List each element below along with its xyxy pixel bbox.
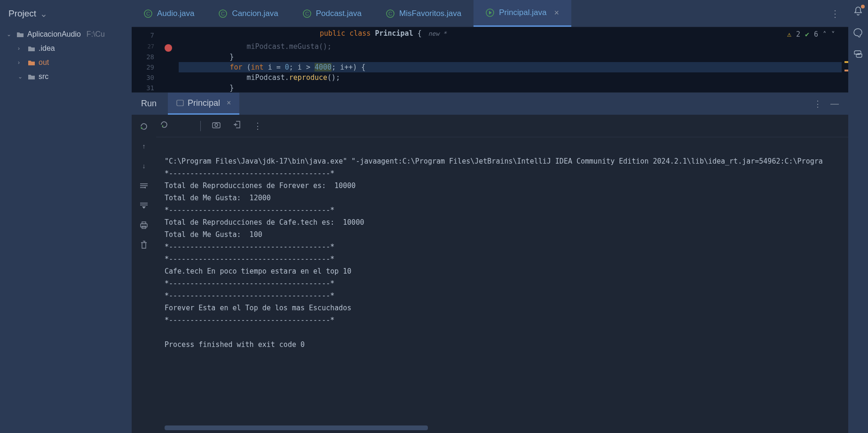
ai-assistant-icon[interactable] — [852, 27, 864, 39]
rerun-icon[interactable] — [139, 121, 149, 132]
code-text: ; i > — [289, 63, 315, 71]
tab-podcast[interactable]: C Podcast.java — [291, 0, 374, 27]
code-text: (); — [327, 73, 340, 82]
run-title: Run — [141, 99, 157, 109]
svg-rect-10 — [177, 100, 183, 106]
svg-text:C: C — [305, 11, 309, 16]
minimize-icon[interactable]: — — [830, 99, 839, 109]
console-line: *--------------------------------------* — [165, 169, 334, 178]
run-tab-principal[interactable]: Principal × — [168, 93, 239, 115]
console-line: *--------------------------------------* — [165, 255, 334, 263]
svg-text:C: C — [221, 11, 225, 16]
console-line: "C:\Program Files\Java\jdk-17\bin\java.e… — [165, 157, 823, 165]
project-panel: Project ⌄ ⌄ AplicacionAudio F:\Cu › .ide… — [0, 0, 132, 433]
error-bulb-icon[interactable] — [165, 44, 172, 52]
tab-audio[interactable]: C Audio.java — [132, 0, 206, 27]
kw-for: for — [229, 63, 242, 71]
editor[interactable]: 7 27 28 29 30 31 public class Principal … — [132, 27, 848, 92]
console-line: Total de Reproducciones de Forever es: 1… — [165, 181, 355, 190]
class-icon: C — [386, 9, 395, 18]
tab-principal[interactable]: Principal.java × — [473, 0, 571, 27]
line-gutter: 7 27 28 29 30 31 — [132, 27, 159, 92]
project-header[interactable]: Project ⌄ — [0, 0, 132, 27]
notification-dot — [861, 5, 865, 8]
soft-wrap-icon[interactable] — [139, 181, 149, 191]
down-arrow-icon[interactable]: ↓ — [139, 161, 149, 171]
svg-rect-15 — [142, 222, 146, 224]
camera-icon[interactable] — [211, 121, 221, 131]
python-icon[interactable] — [852, 49, 864, 60]
chevron-up-icon[interactable]: ˄ — [823, 30, 827, 39]
kw-public: public — [320, 29, 345, 38]
console-line: *--------------------------------------* — [165, 316, 334, 324]
gutter-icons — [159, 27, 179, 92]
console-line: *--------------------------------------* — [165, 279, 334, 288]
print-icon[interactable] — [139, 220, 149, 230]
stripe-mark[interactable] — [844, 70, 848, 71]
num: 0 — [285, 63, 289, 71]
method: reproduce — [289, 73, 327, 82]
line-number: 27 — [132, 41, 154, 52]
chevron-right-icon: › — [18, 45, 24, 52]
console-line: *--------------------------------------* — [165, 206, 334, 214]
warn-count: 2 — [796, 30, 800, 39]
class-icon: C — [303, 9, 311, 18]
folder-icon — [27, 74, 36, 80]
folder-icon — [16, 31, 24, 38]
tree-folder-out[interactable]: › out — [0, 55, 132, 70]
console-line: Cafe.tech En poco tiempo estara en el to… — [165, 267, 351, 276]
console-line: Forever Esta en el Top de los mas Escuch… — [165, 304, 351, 312]
exit-icon[interactable] — [232, 120, 242, 131]
console-output[interactable]: "C:\Program Files\Java\jdk-17\bin\java.e… — [156, 137, 848, 433]
error-stripe[interactable] — [842, 27, 848, 92]
tab-label: Cancion.java — [232, 9, 278, 18]
breadcrumb[interactable]: public class Principal { new * — [320, 29, 447, 38]
tab-misfavoritos[interactable]: C MisFavoritos.java — [374, 0, 473, 27]
svg-text:C: C — [388, 11, 392, 16]
chevron-right-icon: › — [18, 59, 24, 66]
more-icon[interactable]: ⋮ — [253, 121, 263, 131]
close-icon[interactable]: × — [227, 99, 231, 107]
code-text: } — [179, 84, 234, 92]
code-text: miPodcast.meGusta(); — [179, 42, 331, 51]
svg-point-19 — [215, 124, 218, 126]
project-title: Project — [8, 8, 36, 19]
rerun-icon[interactable] — [159, 120, 169, 132]
breadcrumb-hint: new * — [428, 30, 447, 37]
num: 4000 — [315, 63, 331, 71]
root-name: AplicacionAudio — [27, 30, 81, 39]
tab-label: MisFavoritos.java — [399, 9, 461, 18]
class-name: Principal — [375, 29, 413, 38]
line-number: 31 — [132, 83, 154, 92]
console-line: *--------------------------------------* — [165, 291, 334, 300]
line-number: 7 — [132, 29, 154, 41]
folder-icon — [27, 60, 36, 66]
stripe-mark[interactable] — [844, 61, 848, 63]
tree-root[interactable]: ⌄ AplicacionAudio F:\Cu — [0, 27, 132, 41]
code-text: } — [179, 53, 234, 61]
run-tab-label: Principal — [188, 98, 220, 108]
close-icon[interactable]: × — [554, 8, 559, 18]
trash-icon[interactable] — [139, 240, 149, 250]
tree-folder-src[interactable]: ⌄ src — [0, 70, 132, 84]
folder-label: .idea — [39, 44, 55, 53]
chevron-down-icon[interactable]: ˅ — [831, 30, 835, 39]
tab-cancion[interactable]: C Cancion.java — [206, 0, 290, 27]
folder-label: out — [39, 58, 49, 67]
run-class-icon — [486, 8, 494, 17]
notifications-icon[interactable] — [852, 6, 864, 17]
up-arrow-icon[interactable]: ↑ — [139, 141, 149, 151]
code-body[interactable]: public class Principal { new * ⚠2 ✔6 ˄ ˅… — [179, 27, 842, 92]
inspections[interactable]: ⚠2 ✔6 ˄ ˅ — [787, 30, 835, 39]
tree-folder-idea[interactable]: › .idea — [0, 41, 132, 55]
console-line: *--------------------------------------* — [165, 243, 334, 251]
more-icon[interactable]: ⋮ — [813, 99, 822, 109]
check-icon: ✔ — [805, 30, 809, 39]
console-line: Total de Reproducciones de Cafe.tech es:… — [165, 218, 364, 227]
kw-class: class — [349, 29, 371, 38]
tabs-more-icon[interactable]: ⋮ — [822, 8, 848, 19]
kw-int: int — [251, 63, 264, 71]
scroll-to-end-icon[interactable] — [139, 200, 149, 211]
horizontal-scrollbar[interactable] — [165, 425, 428, 430]
console-line: Total de Me Gusta: 12000 — [165, 194, 271, 202]
